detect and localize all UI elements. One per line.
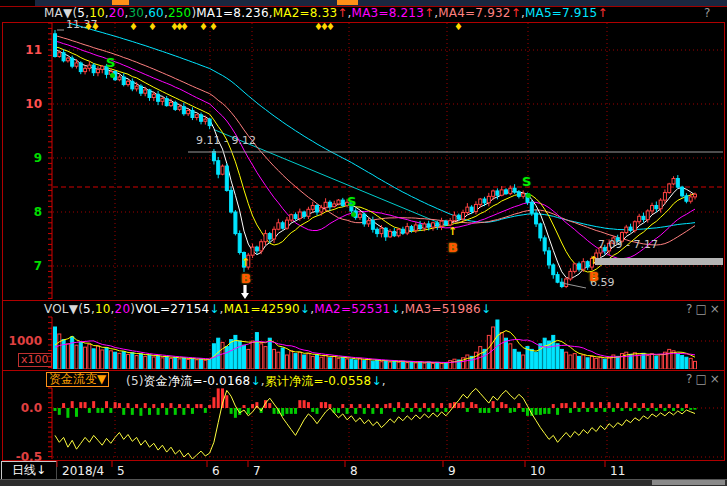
- axis-ticks: [48, 23, 605, 467]
- event-diamond-icon: ♦: [199, 20, 208, 33]
- buy-signal-marker: B: [241, 272, 251, 285]
- sell-signal-marker: S: [522, 175, 531, 188]
- event-diamond-icon: ♦: [91, 20, 100, 33]
- time-axis-month-label: 7: [253, 464, 261, 478]
- event-diamond-icon: ♦: [148, 20, 157, 33]
- volume-series: [54, 320, 697, 369]
- buy-arrow-icon: ↑: [241, 256, 250, 269]
- event-diamond-icon: ♦: [180, 20, 189, 33]
- sell-signal-marker: S: [347, 195, 356, 208]
- event-diamond-icon: ♦: [129, 20, 138, 33]
- time-axis-month-label: 8: [350, 464, 358, 478]
- volume-axis-label: 1000: [2, 334, 42, 348]
- price-axis-label: 9: [2, 151, 42, 165]
- flow-series: [54, 388, 697, 459]
- price-axis-label: 8: [2, 205, 42, 219]
- event-diamond-icon: ♦: [209, 20, 218, 33]
- price-axis-label: 7: [2, 259, 42, 273]
- buy-signal-marker: B: [448, 241, 458, 254]
- price-annotation: 9.11 - 9.12: [196, 134, 256, 147]
- event-diamond-icon: ♦: [454, 20, 463, 33]
- time-axis-month-label: 10: [530, 464, 545, 478]
- sell-signal-dot-icon: [351, 212, 356, 217]
- time-axis-month-label: 11: [610, 464, 625, 478]
- sell-signal-dot-icon: [526, 193, 531, 198]
- price-axis-label: 11: [2, 43, 42, 57]
- buy-signal-marker: B: [589, 270, 599, 283]
- flow-axis-label: 0.0: [2, 401, 42, 415]
- sell-signal-dot-icon: [110, 73, 115, 78]
- price-axis-label: 10: [2, 97, 42, 111]
- time-axis-month-label: 5: [117, 464, 125, 478]
- stock-app-window: MA▼ (5,10,20,30,60,250) MA1=8.236,MA2=8.…: [0, 0, 727, 486]
- price-annotation: 7.09 - 7.17: [598, 238, 658, 251]
- flow-axis-label: -0.5: [2, 450, 42, 464]
- time-axis-month-label: 9: [448, 464, 456, 478]
- time-axis-month-label: 6: [212, 464, 220, 478]
- event-diamond-icon: ♦: [326, 20, 335, 33]
- buy-arrow-icon: ↑: [589, 254, 598, 267]
- time-axis-month-label: 2018/4: [62, 464, 104, 478]
- sell-signal-marker: S: [106, 56, 115, 69]
- buy-arrow-icon: ↑: [448, 225, 457, 238]
